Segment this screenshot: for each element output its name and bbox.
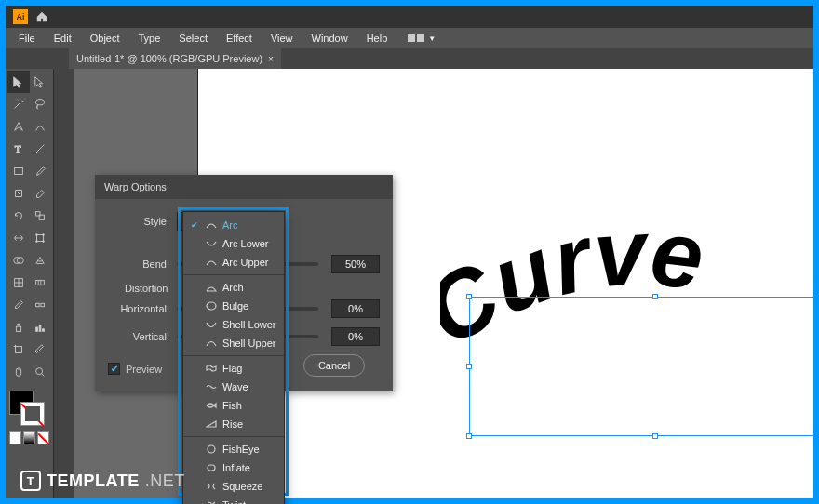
toolbox: T	[6, 69, 54, 498]
width-tool[interactable]	[7, 227, 30, 249]
menu-view[interactable]: View	[263, 31, 301, 46]
dropdown-item-fish[interactable]: Fish	[183, 396, 284, 415]
direct-selection-tool[interactable]	[30, 71, 52, 93]
resize-handle[interactable]	[466, 433, 472, 439]
resize-handle[interactable]	[466, 294, 472, 299]
document-tab-bar: Untitled-1* @ 100% (RGB/GPU Preview) ×	[6, 48, 813, 69]
dropdown-item-inflate[interactable]: Inflate	[183, 458, 284, 477]
dropdown-item-label: Rise	[222, 418, 243, 430]
dropdown-item-arc[interactable]: ✔Arc	[183, 216, 284, 234]
hand-tool[interactable]	[7, 361, 30, 383]
dropdown-item-label: Shell Upper	[222, 338, 275, 349]
svg-point-31	[207, 302, 216, 310]
home-icon[interactable]	[35, 10, 48, 23]
shaper-tool[interactable]	[7, 182, 30, 205]
pen-tool[interactable]	[7, 115, 30, 138]
gradient-mode-icon[interactable]	[23, 431, 35, 444]
dropdown-item-label: Arc Lower	[222, 238, 269, 249]
resize-handle[interactable]	[466, 364, 472, 369]
dropdown-item-shell-upper[interactable]: Shell Upper	[183, 334, 284, 352]
preview-checkbox[interactable]: ✔	[108, 363, 120, 375]
dropdown-item-arc-upper[interactable]: Arc Upper	[183, 253, 284, 272]
resize-handle[interactable]	[652, 294, 658, 299]
menu-effect[interactable]: Effect	[219, 31, 260, 46]
warp-style-icon	[206, 382, 217, 391]
dropdown-item-rise[interactable]: Rise	[183, 415, 284, 433]
menu-file[interactable]: File	[11, 31, 43, 46]
svg-rect-22	[36, 327, 38, 331]
symbol-sprayer-tool[interactable]	[7, 316, 30, 338]
dropdown-item-squeeze[interactable]: Squeeze	[183, 477, 284, 496]
cancel-button[interactable]: Cancel	[303, 354, 365, 377]
menu-type[interactable]: Type	[131, 31, 168, 46]
shape-builder-tool[interactable]	[7, 249, 30, 272]
warp-style-icon	[206, 419, 217, 429]
menu-object[interactable]: Object	[83, 31, 128, 46]
dropdown-item-fisheye[interactable]: FishEye	[183, 440, 284, 458]
document-tab[interactable]: Untitled-1* @ 100% (RGB/GPU Preview) ×	[69, 48, 281, 69]
menu-edit[interactable]: Edit	[47, 31, 79, 46]
menu-separator	[183, 355, 284, 356]
gradient-tool[interactable]	[30, 272, 52, 294]
artboard-tool[interactable]	[7, 338, 30, 361]
type-tool[interactable]: T	[7, 138, 30, 160]
dropdown-item-label: Arc	[222, 219, 238, 231]
slice-tool[interactable]	[30, 338, 52, 361]
warp-style-icon	[206, 283, 217, 292]
svg-point-7	[36, 234, 38, 236]
svg-point-32	[208, 445, 215, 453]
magic-wand-tool[interactable]	[7, 93, 30, 115]
dropdown-item-bulge[interactable]: Bulge	[183, 297, 284, 315]
rotate-tool[interactable]	[7, 205, 30, 227]
menu-select[interactable]: Select	[171, 31, 215, 46]
warp-style-icon	[206, 220, 217, 230]
dropdown-item-label: Fish	[222, 400, 242, 411]
menu-help[interactable]: Help	[359, 31, 396, 46]
menu-separator	[183, 274, 284, 275]
eyedropper-tool[interactable]	[7, 294, 30, 316]
warp-style-icon	[206, 364, 217, 373]
warp-style-icon	[206, 463, 217, 472]
menu-window[interactable]: Window	[304, 31, 356, 46]
warp-style-icon	[206, 258, 217, 267]
dropdown-item-arc-lower[interactable]: Arc Lower	[183, 234, 284, 253]
dropdown-item-arch[interactable]: Arch	[183, 278, 284, 297]
lasso-tool[interactable]	[30, 93, 52, 115]
none-mode-icon[interactable]	[37, 431, 49, 444]
svg-line-2	[36, 145, 45, 153]
line-tool[interactable]	[30, 138, 52, 160]
tab-label: Untitled-1* @ 100% (RGB/GPU Preview)	[76, 53, 262, 64]
vertical-input[interactable]: 0%	[331, 327, 380, 346]
eraser-tool[interactable]	[30, 182, 52, 205]
blend-tool[interactable]	[30, 294, 52, 316]
perspective-grid-tool[interactable]	[30, 249, 52, 272]
workspace-switcher-icon[interactable]: ▼	[408, 34, 436, 43]
dropdown-item-shell-lower[interactable]: Shell Lower	[183, 315, 284, 334]
svg-rect-25	[15, 347, 21, 353]
selection-tool[interactable]	[7, 71, 30, 93]
dialog-title: Warp Options	[95, 175, 393, 199]
column-graph-tool[interactable]	[30, 316, 52, 338]
style-dropdown-menu: ✔ArcArc LowerArc UpperArchBulgeShell Low…	[182, 211, 285, 504]
curvature-tool[interactable]	[30, 115, 52, 138]
zoom-tool[interactable]	[30, 361, 52, 383]
color-mode-icon[interactable]	[9, 431, 21, 444]
selection-bounding-box[interactable]	[469, 297, 813, 436]
close-icon[interactable]: ×	[268, 54, 274, 64]
stroke-swatch[interactable]	[20, 402, 45, 426]
resize-handle[interactable]	[652, 433, 658, 439]
dropdown-item-label: Flag	[222, 363, 242, 374]
bend-input[interactable]: 50%	[331, 255, 380, 273]
mesh-tool[interactable]	[7, 272, 30, 294]
dropdown-item-wave[interactable]: Wave	[183, 378, 284, 396]
rectangle-tool[interactable]	[7, 160, 30, 182]
horizontal-input[interactable]: 0%	[331, 299, 380, 318]
free-transform-tool[interactable]	[30, 227, 52, 249]
scale-tool[interactable]	[30, 205, 52, 227]
app-logo-icon: Ai	[13, 9, 28, 24]
color-swatch[interactable]	[7, 389, 51, 446]
check-icon: ✔	[191, 220, 200, 230]
paintbrush-tool[interactable]	[30, 160, 52, 182]
dropdown-item-twist[interactable]: Twist	[183, 496, 284, 504]
dropdown-item-flag[interactable]: Flag	[183, 359, 284, 378]
